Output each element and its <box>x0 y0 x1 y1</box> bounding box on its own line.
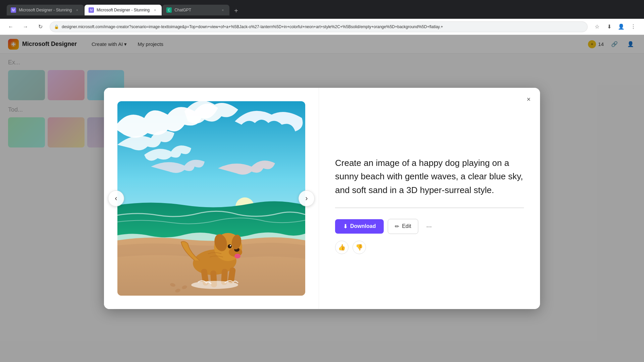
tab-1-favicon: M <box>11 7 16 13</box>
prev-image-button[interactable]: ‹ <box>108 190 124 206</box>
tab-1[interactable]: M Microsoft Designer - Stunning × <box>7 5 84 15</box>
app-area: Microsoft Designer Create with AI ▾ My p… <box>0 35 644 362</box>
more-options-button[interactable]: ··· <box>422 220 436 233</box>
generated-image <box>117 101 305 296</box>
bookmark-button[interactable]: ☆ <box>592 21 602 32</box>
edit-button[interactable]: ✏ Edit <box>388 219 418 234</box>
tab-3-favicon: C <box>166 7 172 13</box>
tab-3-close[interactable]: × <box>220 7 225 13</box>
menu-button[interactable]: ⋮ <box>628 21 639 32</box>
svg-point-9 <box>228 244 232 248</box>
reload-button[interactable]: ↻ <box>35 21 46 32</box>
edit-label: Edit <box>402 223 411 229</box>
tab-3-title: ChatGPT <box>174 8 217 12</box>
modal-actions: ⬇ Download ✏ Edit ··· <box>335 219 524 234</box>
browser-chrome: M Microsoft Designer - Stunning × M Micr… <box>0 0 644 19</box>
tabs-bar: M Microsoft Designer - Stunning × M Micr… <box>7 3 241 15</box>
svg-point-8 <box>234 254 240 258</box>
tab-2-favicon: M <box>89 7 94 13</box>
address-bar-row: ← → ↻ 🔒 designer.microsoft.com/image-cre… <box>0 19 644 35</box>
forward-button[interactable]: → <box>20 21 31 32</box>
tab-3[interactable]: C ChatGPT × <box>162 5 229 15</box>
tab-2[interactable]: M Microsoft Designer - Stunning × <box>85 5 162 15</box>
tab-1-title: Microsoft Designer - Stunning <box>19 8 72 12</box>
new-tab-button[interactable]: + <box>231 6 241 15</box>
download-manager-button[interactable]: ⬇ <box>604 21 614 32</box>
feedback-buttons: 👍 👎 <box>335 241 524 254</box>
back-button[interactable]: ← <box>5 21 16 32</box>
download-label: Download <box>350 223 376 229</box>
image-detail-modal: × ‹ <box>104 88 540 309</box>
modal-close-button[interactable]: × <box>523 93 535 105</box>
thumbs-up-icon: 👍 <box>338 244 345 251</box>
modal-info-panel: Create an image of a happy dog playing o… <box>319 88 540 309</box>
more-icon: ··· <box>426 223 432 230</box>
thumbs-down-icon: 👎 <box>356 244 363 251</box>
download-button[interactable]: ⬇ Download <box>335 219 384 234</box>
modal-image-panel: ‹ <box>104 88 319 309</box>
tab-2-close[interactable]: × <box>152 7 158 13</box>
address-bar[interactable]: 🔒 designer.microsoft.com/image-creator?s… <box>50 21 588 32</box>
thumbs-down-button[interactable]: 👎 <box>353 241 366 254</box>
tab-1-close[interactable]: × <box>74 7 80 13</box>
download-icon: ⬇ <box>343 223 347 230</box>
svg-point-10 <box>230 245 231 246</box>
profile-button[interactable]: 👤 <box>616 21 627 32</box>
browser-actions: ☆ ⬇ 👤 ⋮ <box>592 21 639 32</box>
next-image-button[interactable]: › <box>299 190 315 206</box>
lock-icon: 🔒 <box>54 24 59 29</box>
modal-overlay: × ‹ <box>0 35 644 362</box>
url-text: designer.microsoft.com/image-creator?sce… <box>62 24 583 29</box>
tab-2-title: Microsoft Designer - Stunning <box>97 8 150 12</box>
thumbs-up-button[interactable]: 👍 <box>335 241 348 254</box>
edit-icon: ✏ <box>395 223 399 230</box>
prompt-text: Create an image of a happy dog playing o… <box>335 156 524 208</box>
